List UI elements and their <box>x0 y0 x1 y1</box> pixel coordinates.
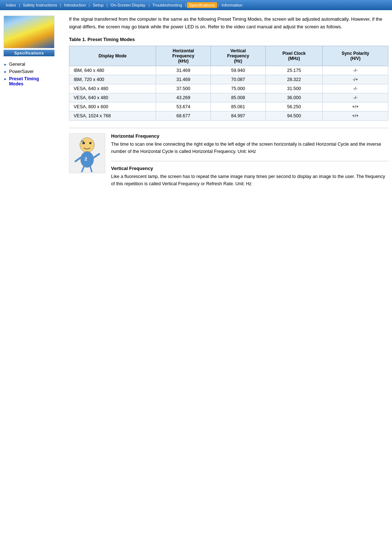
svg-text:?: ? <box>81 139 84 145</box>
table-row: IBM, 640 x 48031.46959.94025.175-/- <box>69 66 388 75</box>
table-cell-5-4: +/+ <box>323 111 388 120</box>
table-cell-0-4: -/- <box>323 66 388 75</box>
svg-line-7 <box>82 167 84 172</box>
arrow-icon-general: ► <box>4 62 7 66</box>
nav-sep-7: | <box>217 3 220 7</box>
nav-setup[interactable]: Setup <box>90 2 106 8</box>
nav-troubleshooting[interactable]: Troubleshooting <box>150 2 184 8</box>
table-cell-1-2: 70.087 <box>211 75 266 84</box>
nav-information[interactable]: Information <box>219 2 245 8</box>
table-cell-1-4: -/+ <box>323 75 388 84</box>
col-header-display-mode: Display Mode <box>69 46 156 66</box>
table-cell-2-4: -/- <box>323 84 388 93</box>
table-cell-1-1: 31.469 <box>156 75 211 84</box>
table-cell-2-1: 37.500 <box>156 84 211 93</box>
table-row: IBM, 720 x 40031.46970.08728.322-/+ <box>69 75 388 84</box>
illustration-svg: ? 2 <box>70 134 105 172</box>
table-title: Table 1. Preset Timing Modes <box>69 37 388 42</box>
col-header-v-freq: VerticalFrequency(Hz) <box>211 46 266 66</box>
sidebar-item-powersaver-label: PowerSaver <box>9 69 34 74</box>
table-cell-3-4: -/- <box>323 93 388 102</box>
definitions-area: Horizontal Frequency The time to scan on… <box>111 133 388 193</box>
table-cell-4-4: +/+ <box>323 102 388 111</box>
horizontal-freq-text: The time to scan one line connecting the… <box>111 141 388 155</box>
table-cell-3-2: 85.008 <box>211 93 266 102</box>
horizontal-freq-definition: Horizontal Frequency The time to scan on… <box>111 133 388 155</box>
table-cell-1-0: IBM, 720 x 400 <box>69 75 156 84</box>
sidebar-item-general[interactable]: ► General <box>4 61 62 68</box>
bottom-section: ? 2 Horizontal Frequency The time to s <box>69 128 388 193</box>
table-cell-0-3: 25.175 <box>265 66 322 75</box>
nav-introduction[interactable]: Introduction <box>62 2 88 8</box>
nav-sep-3: | <box>88 3 91 7</box>
table-cell-4-0: VESA, 800 x 600 <box>69 102 156 111</box>
vertical-freq-title: Vertical Frequency <box>111 166 388 171</box>
table-cell-4-2: 85.061 <box>211 102 266 111</box>
sidebar: Specifications ► General ► PowerSaver ► … <box>4 16 65 193</box>
content-area: If the signal transferred from the compu… <box>65 16 388 193</box>
sidebar-item-powersaver[interactable]: ► PowerSaver <box>4 68 62 75</box>
svg-line-5 <box>75 158 81 161</box>
table-cell-5-1: 68.677 <box>156 111 211 120</box>
sidebar-item-general-label: General <box>9 62 25 67</box>
table-row: VESA, 800 x 60053.67485.06156.250+/+ <box>69 102 388 111</box>
vertical-freq-definition: Vertical Frequency Like a fluorescent la… <box>111 166 388 187</box>
arrow-icon-preset: ► <box>4 77 7 81</box>
main-layout: Specifications ► General ► PowerSaver ► … <box>0 10 392 197</box>
table-cell-5-3: 94.500 <box>265 111 322 120</box>
preset-timing-table: Display Mode HorizontalFrequency(kHz) Ve… <box>69 46 388 121</box>
svg-line-8 <box>90 167 92 172</box>
nav-sep-1: | <box>18 3 21 7</box>
sidebar-menu: ► General ► PowerSaver ► Preset TimingMo… <box>4 61 62 88</box>
nav-sep-6: | <box>184 3 187 7</box>
table-cell-5-0: VESA, 1024 x 768 <box>69 111 156 120</box>
sidebar-item-preset-label: Preset TimingModes <box>9 76 39 86</box>
intro-paragraph: If the signal transferred from the compu… <box>69 16 388 31</box>
horizontal-freq-title: Horizontal Frequency <box>111 133 388 139</box>
svg-point-2 <box>89 142 91 144</box>
table-cell-2-3: 31.500 <box>265 84 322 93</box>
table-cell-1-3: 28.322 <box>265 75 322 84</box>
table-row: VESA, 1024 x 76868.67784.99794.500+/+ <box>69 111 388 120</box>
table-cell-4-1: 53.674 <box>156 102 211 111</box>
sidebar-logo-image <box>4 16 54 48</box>
table-cell-2-0: VESA, 640 x 480 <box>69 84 156 93</box>
table-cell-4-3: 56.250 <box>265 102 322 111</box>
navigation-bar: Index | Safety Instructions | Introducti… <box>0 0 392 10</box>
sidebar-logo <box>4 16 54 48</box>
table-cell-0-2: 59.940 <box>211 66 266 75</box>
table-cell-5-2: 84.997 <box>211 111 266 120</box>
definition-illustration: ? 2 <box>69 133 105 173</box>
table-cell-0-1: 31.469 <box>156 66 211 75</box>
table-cell-0-0: IBM, 640 x 480 <box>69 66 156 75</box>
table-cell-2-2: 75.000 <box>211 84 266 93</box>
nav-sep-5: | <box>148 3 150 7</box>
sidebar-logo-label: Specifications <box>4 50 54 56</box>
nav-safety[interactable]: Safety Instructions <box>21 2 60 8</box>
nav-specifications[interactable]: Specifications <box>187 2 217 8</box>
table-row: VESA, 640 x 48043.26985.00836.000-/- <box>69 93 388 102</box>
table-cell-3-0: VESA, 640 x 480 <box>69 93 156 102</box>
table-cell-3-1: 43.269 <box>156 93 211 102</box>
svg-line-6 <box>94 154 99 158</box>
table-row: VESA, 640 x 48037.50075.00031.500-/- <box>69 84 388 93</box>
sidebar-item-preset-timing[interactable]: ► Preset TimingModes <box>4 75 62 88</box>
nav-osd[interactable]: On-Screen Display <box>108 2 148 8</box>
definition-divider <box>111 161 388 161</box>
col-header-sync-polarity: Sync Polarity(H/V) <box>323 46 388 66</box>
nav-sep-2: | <box>60 3 62 7</box>
svg-text:2: 2 <box>85 156 87 162</box>
nav-sep-4: | <box>106 3 109 7</box>
table-cell-3-3: 36.000 <box>265 93 322 102</box>
arrow-icon-powersaver: ► <box>4 70 7 74</box>
col-header-h-freq: HorizontalFrequency(kHz) <box>156 46 211 66</box>
vertical-freq-text: Like a fluorescent lamp, the screen has … <box>111 173 388 187</box>
col-header-pixel-clock: Pixel Clock(MHz) <box>265 46 322 66</box>
nav-index[interactable]: Index <box>4 2 18 8</box>
